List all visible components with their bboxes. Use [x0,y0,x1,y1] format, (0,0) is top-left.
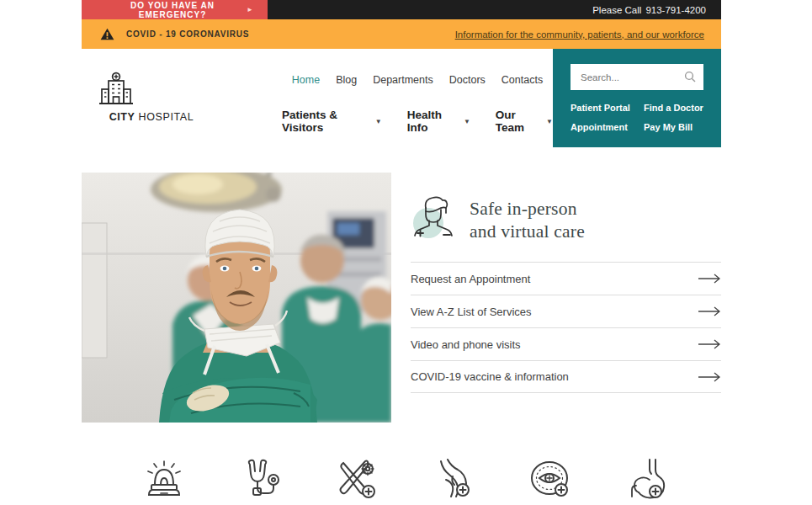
nav-item-health-info[interactable]: Health Info ▼ [407,109,470,134]
link-label: COVID-19 vaccine & information [411,370,569,383]
nav-item-blog[interactable]: Blog [336,74,357,86]
covid-info-link[interactable]: Information for the community, patients,… [455,29,704,40]
hero-right-column: Safe in-person and virtual care Request … [411,173,721,393]
nav-item-home[interactable]: Home [292,74,320,86]
covid-alert-bar: COVID - 19 CORONAVIRUS Information for t… [82,19,721,49]
phone-label: Please Call [592,5,641,15]
hospital-building-icon [97,71,135,108]
link-label: Request an Appointment [411,273,530,285]
hero-heading-line2: and virtual care [470,221,585,243]
link-label: View A-Z List of Services [411,306,532,318]
arrow-right-icon: ► [247,6,254,13]
page: DO YOU HAVE AN EMERGENCY? ► Please Call … [0,0,812,505]
arrow-right-icon [698,339,721,349]
chevron-down-icon: ▼ [375,118,382,125]
nav-item-doctors[interactable]: Doctors [449,74,486,86]
orthopedics-icon[interactable] [429,454,476,502]
nav-item-patients-visitors[interactable]: Patients & Visitors ▼ [282,109,382,134]
quick-access-panel: Patient Portal Find a Doctor Appointment… [553,49,721,147]
logo-text: CITY HOSPITAL [97,111,206,123]
surgery-icon[interactable] [333,454,380,502]
arrow-right-icon [698,274,721,284]
emergency-button[interactable]: DO YOU HAVE AN EMERGENCY? ► [82,0,268,19]
nav-secondary: Patients & Visitors ▼ Health Info ▼ Our … [282,109,553,134]
gastroenterology-icon[interactable] [622,454,669,502]
surgeons-photo-illustration [82,173,391,423]
nav-label: Health Info [407,109,458,134]
link-patient-portal[interactable]: Patient Portal [571,103,644,113]
main-nav: Home Blog Departments Doctors Contacts P… [282,49,553,134]
emergency-label: DO YOU HAVE AN EMERGENCY? [98,1,247,19]
link-video-phone-visits[interactable]: Video and phone visits [411,327,721,360]
stethoscope-icon[interactable] [236,454,284,502]
logo-text-regular: HOSPITAL [135,111,194,123]
hero-links: Request an Appointment View A-Z List of … [411,262,721,393]
search-box [571,64,703,90]
chevron-down-icon: ▼ [546,118,553,125]
logo-text-bold: CITY [109,111,135,123]
link-label: Video and phone visits [411,338,521,351]
chevron-down-icon: ▼ [464,118,470,125]
site-header: CITY HOSPITAL Home Blog Departments Doct… [82,49,721,173]
arrow-right-icon [698,372,721,382]
link-az-services[interactable]: View A-Z List of Services [411,295,721,327]
phone-number: 913-791-4200 [645,5,706,15]
emergency-siren-icon[interactable] [141,454,188,502]
nav-item-our-team[interactable]: Our Team ▼ [496,109,553,134]
hero-photo [82,173,391,423]
logo[interactable]: CITY HOSPITAL [97,71,206,123]
covid-label: COVID - 19 CORONAVIRUS [126,29,249,39]
phone-strip: Please Call 913-791-4200 [268,0,721,19]
hero-heading-block: Safe in-person and virtual care [411,194,721,243]
link-find-a-doctor[interactable]: Find a Doctor [644,103,703,113]
services-strip [82,453,721,503]
search-icon[interactable] [684,71,696,82]
top-bar: DO YOU HAVE AN EMERGENCY? ► Please Call … [82,0,721,19]
link-appointment[interactable]: Appointment [571,122,644,132]
ophthalmology-icon[interactable] [526,454,573,502]
doctor-icon [411,194,456,242]
link-pay-my-bill[interactable]: Pay My Bill [644,122,703,132]
warning-icon [100,28,114,40]
nav-label: Patients & Visitors [282,109,369,134]
link-covid-vaccine-info[interactable]: COVID-19 vaccine & information [411,360,721,393]
hero-heading-line1: Safe in-person [470,198,585,221]
arrow-right-icon [698,306,721,316]
hero-heading: Safe in-person and virtual care [470,194,585,243]
nav-item-departments[interactable]: Departments [373,74,433,86]
quick-links: Patient Portal Find a Doctor Appointment… [571,103,703,132]
hero-section: Safe in-person and virtual care Request … [82,173,721,423]
nav-label: Our Team [496,109,540,134]
nav-primary: Home Blog Departments Doctors Contacts [282,74,553,86]
link-request-appointment[interactable]: Request an Appointment [411,262,721,295]
nav-item-contacts[interactable]: Contacts [502,74,543,86]
